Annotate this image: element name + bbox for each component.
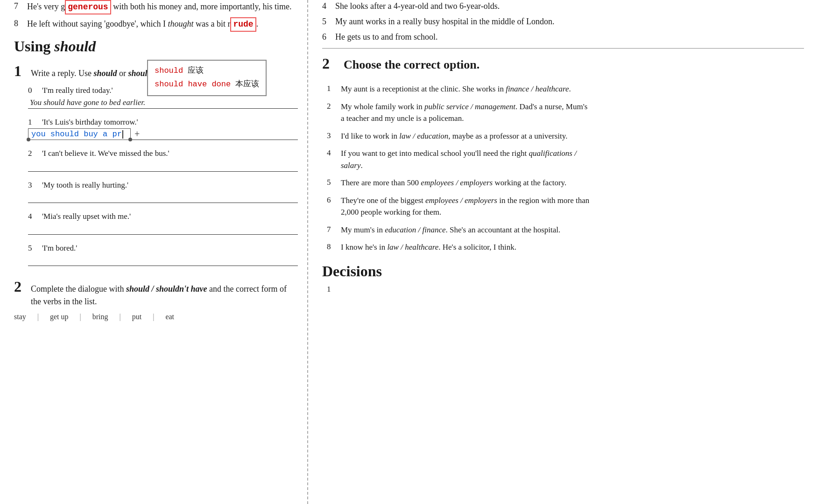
- sub-num-1: 1: [28, 118, 42, 127]
- exercise-2: 2 Complete the dialogue with should / sh…: [14, 278, 298, 321]
- choose-item-4: 4 If you want to get into medical school…: [322, 147, 804, 171]
- prev-exercise: 7 He's very ggenerous with both his mone…: [14, 0, 298, 32]
- choose-sub-text-2: My whole family work in public service /…: [341, 101, 593, 125]
- prev-item-7: 7 He's very ggenerous with both his mone…: [14, 0, 298, 14]
- choose-sub-text-6: They're one of the biggest employees / e…: [341, 195, 593, 218]
- right-column: 4 She looks after a 4-year-old and two 6…: [308, 0, 818, 504]
- answer-line-2[interactable]: [28, 161, 298, 172]
- choose-sub-text-5: There are more than 500 employees / empl…: [341, 177, 566, 189]
- choose-item-5: 5 There are more than 500 employees / em…: [322, 177, 804, 189]
- active-input-box[interactable]: you should buy a pr: [28, 128, 131, 140]
- exercise-1-item-3: 3 'My tooth is really hurting.': [14, 179, 298, 206]
- highlighted-generous: generous: [65, 0, 111, 14]
- right-prev-item-4: 4 She looks after a 4-year-old and two 6…: [322, 0, 804, 13]
- typed-text: you should buy a pr: [31, 130, 122, 139]
- item-number: 8: [14, 17, 27, 32]
- right-prev-exercise: 4 She looks after a 4-year-old and two 6…: [322, 0, 804, 43]
- prev-item-8: 8 He left without saying 'goodbye', whic…: [14, 17, 298, 32]
- exercise-1-item-4: 4 'Mia's really upset with me.': [14, 210, 298, 238]
- choose-title: Choose the correct option.: [344, 58, 480, 72]
- sub-item-row-4: 4 'Mia's really upset with me.': [28, 210, 298, 223]
- tooltip-benyinggai: 本应该: [235, 80, 259, 89]
- answer-line-1[interactable]: you should buy a pr +: [28, 129, 298, 140]
- tooltip-yingai: 应该: [188, 66, 204, 75]
- sub-prompt-1: 'It's Luis's birthday tomorrow.': [42, 116, 138, 128]
- choose-item-7: 7 My mum's in education / finance. She's…: [322, 224, 804, 236]
- divider-1: [322, 48, 804, 49]
- tooltip-line1: should 应该: [155, 64, 259, 78]
- tooltip-should-have: should have done: [155, 80, 231, 89]
- choose-sub-num-1: 1: [327, 83, 341, 95]
- choose-sub-text-7: My mum's in education / finance. She's a…: [341, 224, 560, 236]
- verb-eat: eat: [165, 313, 174, 321]
- choose-sub-text-1: My aunt is a receptionist at the clinic.…: [341, 83, 571, 95]
- sub-prompt-5: 'I'm bored.': [42, 242, 77, 254]
- exercise-1-instruction: Write a reply. Use should or shouldn't.: [31, 68, 163, 79]
- answer-line-5[interactable]: [28, 255, 298, 266]
- answer-line-4[interactable]: [28, 224, 298, 235]
- choose-sub-num-6: 6: [327, 195, 341, 218]
- tooltip-line2: should have done 本应该: [155, 78, 259, 91]
- choose-num: 2: [322, 55, 339, 72]
- item-number: 4: [322, 0, 335, 13]
- cursor-plus: +: [134, 129, 140, 140]
- section-title-using: Using: [14, 38, 54, 55]
- item-text: He gets us to and from school.: [335, 31, 804, 43]
- item-text: He's very ggenerous with both his money …: [27, 0, 298, 14]
- answer-line-0: You should have gone to bed earlier.: [28, 98, 298, 109]
- tooltip-popup: should 应该 should have done 本应该: [147, 60, 267, 96]
- item-number: 6: [322, 31, 335, 43]
- choose-sub-text-3: I'd like to work in law / education, may…: [341, 130, 567, 142]
- right-prev-item-5: 5 My aunt works in a really busy hospita…: [322, 15, 804, 28]
- page-container: 7 He's very ggenerous with both his mone…: [0, 0, 818, 504]
- exercise-1-item-5: 5 'I'm bored.': [14, 242, 298, 269]
- sub-prompt-2: 'I can't believe it. We've missed the bu…: [42, 147, 169, 160]
- item-text: My aunt works in a really busy hospital …: [335, 15, 804, 28]
- choose-sub-num-5: 5: [327, 177, 341, 189]
- choose-item-3: 3 I'd like to work in law / education, m…: [322, 130, 804, 142]
- exercise-choose: 2 Choose the correct option. 1 My aunt i…: [322, 55, 804, 253]
- sub-prompt-0: 'I'm really tired today.': [42, 84, 113, 97]
- decisions-title: Decisions: [322, 263, 804, 280]
- sub-num-3: 3: [28, 181, 42, 190]
- exercise-1-num: 1: [14, 63, 31, 80]
- exercise-2-header: 2 Complete the dialogue with should / sh…: [14, 278, 298, 308]
- choose-sub-num-2: 2: [327, 101, 341, 125]
- sub-prompt-3: 'My tooth is really hurting.': [42, 179, 128, 191]
- exercise-1-item-1: 1 'It's Luis's birthday tomorrow.' you s…: [14, 116, 298, 143]
- verb-get-up: get up: [50, 313, 69, 321]
- decisions-item-1: 1: [322, 284, 804, 294]
- choose-item-1: 1 My aunt is a receptionist at the clini…: [322, 83, 804, 95]
- choose-sub-num-4: 4: [327, 147, 341, 171]
- exercise-1-item-2: 2 'I can't believe it. We've missed the …: [14, 147, 298, 175]
- choose-item-8: 8 I know he's in law / healthcare. He's …: [322, 241, 804, 253]
- sub-item-row-2: 2 'I can't believe it. We've missed the …: [28, 147, 298, 160]
- choose-item-2: 2 My whole family work in public service…: [322, 101, 804, 125]
- left-column: 7 He's very ggenerous with both his mone…: [0, 0, 308, 504]
- item-text: She looks after a 4-year-old and two 6-y…: [335, 0, 804, 13]
- verb-put: put: [132, 313, 141, 321]
- sub-item-row-3: 3 'My tooth is really hurting.': [28, 179, 298, 191]
- verb-bring: bring: [92, 313, 108, 321]
- sub-num-0: 0: [28, 86, 42, 95]
- sub-item-row-5: 5 'I'm bored.': [28, 242, 298, 254]
- exercise-2-instruction: Complete the dialogue with should / shou…: [31, 283, 298, 308]
- choose-item-6: 6 They're one of the biggest employees /…: [322, 195, 804, 218]
- answer-line-3[interactable]: [28, 192, 298, 203]
- verb-stay: stay: [14, 313, 26, 321]
- exercise-2-num: 2: [14, 278, 31, 295]
- choose-sub-text-8: I know he's in law / healthcare. He's a …: [341, 241, 516, 253]
- choose-sub-num-7: 7: [327, 224, 341, 236]
- decisions-sub-num: 1: [327, 284, 341, 294]
- decisions-section: Decisions 1: [322, 263, 804, 294]
- item-number: 7: [14, 0, 27, 14]
- section-title: Using should: [14, 37, 298, 55]
- section-title-should: should: [54, 38, 96, 55]
- sub-num-4: 4: [28, 212, 42, 221]
- sub-num-2: 2: [28, 149, 42, 158]
- item-text: He left without saying 'goodbye', which …: [27, 17, 298, 32]
- choose-sub-num-3: 3: [327, 130, 341, 142]
- answer-text-0: You should have gone to bed earlier.: [28, 98, 145, 107]
- sub-item-row-1: 1 'It's Luis's birthday tomorrow.': [28, 116, 298, 128]
- choose-sub-num-8: 8: [327, 241, 341, 253]
